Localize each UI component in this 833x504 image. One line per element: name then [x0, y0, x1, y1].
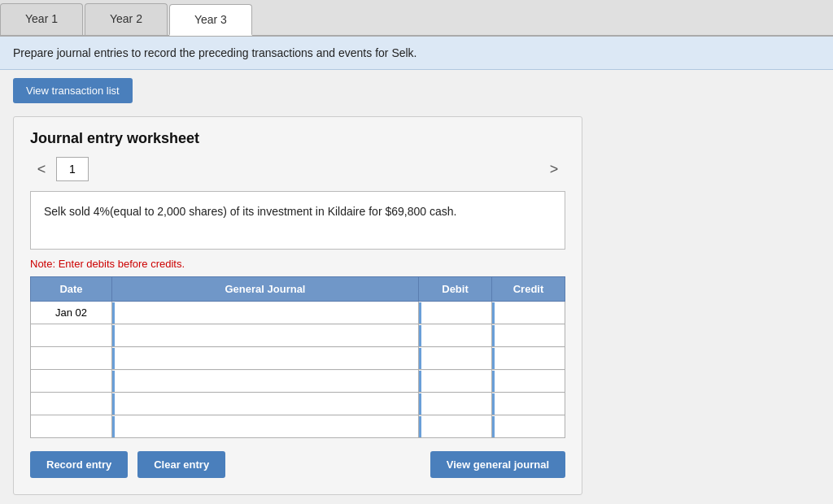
debit-cell[interactable]: [419, 302, 492, 324]
general-journal-cell[interactable]: [112, 415, 419, 438]
nav-row: < >: [30, 157, 565, 181]
date-cell: Jan 02: [31, 302, 112, 324]
general-journal-input[interactable]: [112, 348, 418, 369]
table-row: [31, 324, 565, 347]
table-row: [31, 415, 565, 438]
credit-input[interactable]: [492, 348, 565, 369]
general-journal-input[interactable]: [112, 371, 418, 392]
tabs-bar: Year 1 Year 2 Year 3: [0, 0, 833, 37]
note-text: Note: Enter debits before credits.: [30, 258, 565, 270]
col-header-date: Date: [31, 277, 112, 302]
date-cell: [31, 415, 112, 438]
prev-arrow-button[interactable]: <: [30, 158, 53, 180]
transaction-btn-area: View transaction list: [0, 70, 833, 111]
instruction-bar: Prepare journal entries to record the pr…: [0, 37, 833, 70]
debit-cell[interactable]: [419, 347, 492, 370]
btn-row: Record entry Clear entry View general jo…: [30, 451, 565, 478]
view-general-journal-button[interactable]: View general journal: [430, 451, 565, 478]
credit-cell[interactable]: [492, 415, 565, 438]
table-row: Jan 02: [31, 302, 565, 324]
description-box: Selk sold 4%(equal to 2,000 shares) of i…: [30, 191, 565, 250]
general-journal-cell[interactable]: [112, 393, 419, 415]
debit-cell[interactable]: [419, 415, 492, 438]
general-journal-cell[interactable]: [112, 324, 419, 347]
worksheet-title: Journal entry worksheet: [30, 130, 565, 147]
credit-cell[interactable]: [492, 302, 565, 324]
general-journal-cell[interactable]: [112, 370, 419, 393]
journal-table: Date General Journal Debit Credit Jan 02: [30, 276, 565, 438]
tab-year3[interactable]: Year 3: [169, 4, 252, 36]
debit-cell[interactable]: [419, 370, 492, 393]
next-arrow-button[interactable]: >: [543, 158, 565, 180]
debit-input[interactable]: [419, 416, 491, 437]
description-text: Selk sold 4%(equal to 2,000 shares) of i…: [44, 205, 456, 218]
general-journal-input[interactable]: [112, 325, 418, 346]
tab-year1[interactable]: Year 1: [0, 3, 83, 35]
col-header-general-journal: General Journal: [112, 277, 419, 302]
credit-input[interactable]: [492, 325, 565, 346]
record-entry-button[interactable]: Record entry: [30, 451, 128, 478]
general-journal-input[interactable]: [112, 393, 418, 415]
view-transaction-list-button[interactable]: View transaction list: [13, 78, 133, 103]
credit-input[interactable]: [492, 416, 565, 437]
debit-cell[interactable]: [419, 393, 492, 415]
debit-input[interactable]: [419, 393, 491, 415]
col-header-debit: Debit: [419, 277, 492, 302]
credit-cell[interactable]: [492, 347, 565, 370]
general-journal-cell[interactable]: [112, 302, 419, 324]
debit-input[interactable]: [419, 302, 491, 324]
debit-cell[interactable]: [419, 324, 492, 347]
credit-cell[interactable]: [492, 370, 565, 393]
credit-input[interactable]: [492, 302, 565, 324]
col-header-credit: Credit: [492, 277, 565, 302]
general-journal-input[interactable]: [112, 302, 418, 324]
credit-cell[interactable]: [492, 324, 565, 347]
general-journal-cell[interactable]: [112, 347, 419, 370]
table-row: [31, 347, 565, 370]
tab-year2[interactable]: Year 2: [85, 3, 168, 35]
date-cell: [31, 324, 112, 347]
page-number-input[interactable]: [56, 157, 89, 181]
credit-input[interactable]: [492, 393, 565, 415]
clear-entry-button[interactable]: Clear entry: [137, 451, 225, 478]
table-row: [31, 393, 565, 415]
credit-input[interactable]: [492, 371, 565, 392]
date-cell: [31, 347, 112, 370]
instruction-text: Prepare journal entries to record the pr…: [13, 46, 417, 59]
debit-input[interactable]: [419, 348, 491, 369]
general-journal-input[interactable]: [112, 416, 418, 437]
date-cell: [31, 393, 112, 415]
table-row: [31, 370, 565, 393]
date-cell: [31, 370, 112, 393]
debit-input[interactable]: [419, 325, 491, 346]
debit-input[interactable]: [419, 371, 491, 392]
credit-cell[interactable]: [492, 393, 565, 415]
worksheet-container: Journal entry worksheet < > Selk sold 4%…: [13, 116, 582, 495]
